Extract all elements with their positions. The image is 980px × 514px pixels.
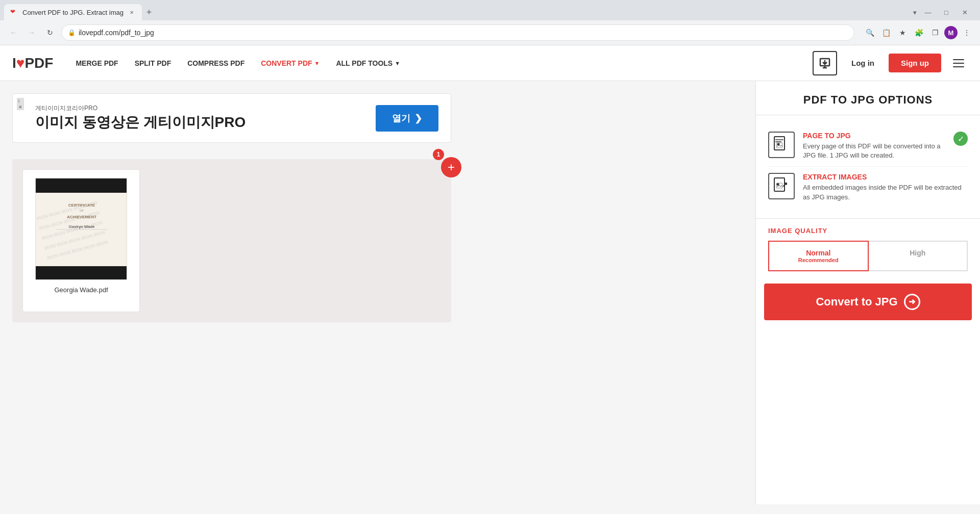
hamburger-line-1 (953, 59, 964, 60)
browser-chrome: ❤ Convert PDF to JPG. Extract imag ✕ + ▾… (0, 0, 980, 45)
minimize-button[interactable]: — (921, 5, 935, 19)
upload-area: 1 + (12, 159, 451, 322)
ad-banner: i ✕ 게티이미지코리아PRO 이미지 동영상은 게티이미지PRO 열기 ❯ (12, 93, 451, 143)
back-button[interactable]: ← (6, 25, 20, 40)
convert-to-jpg-button[interactable]: Convert to JPG ➜ (764, 284, 972, 320)
nav-all-tools[interactable]: ALL PDF TOOLS ▼ (330, 55, 406, 71)
user-avatar[interactable]: M (944, 26, 958, 39)
logo-pdf-text: PDF (24, 55, 53, 71)
header-right: Log in Sign up (813, 51, 968, 75)
options-section: PAGE TO JPG Every page of this PDF will … (756, 115, 980, 218)
extract-images-name: EXTRACT IMAGES (803, 173, 968, 181)
quality-normal-sublabel: Recommended (773, 257, 864, 263)
all-tools-dropdown-arrow: ▼ (395, 60, 400, 66)
page-to-jpg-name: PAGE TO JPG (803, 132, 945, 140)
extract-images-text: EXTRACT IMAGES All embedded images insid… (803, 173, 968, 201)
file-name: Georgia Wade.pdf (54, 286, 108, 294)
page-to-jpg-check: ✓ (953, 132, 968, 146)
ad-text: 게티이미지코리아PRO 이미지 동영상은 게티이미지PRO (35, 104, 246, 132)
image-quality-section: IMAGE QUALITY Normal Recommended High (756, 218, 980, 279)
convert-dropdown-arrow: ▼ (314, 60, 320, 66)
maximize-button[interactable]: □ (939, 5, 953, 19)
site-wrapper: I ♥ PDF MERGE PDF SPLIT PDF COMPRESS PDF… (0, 45, 980, 514)
ad-info-icon[interactable]: i (17, 98, 24, 104)
signup-button[interactable]: Sign up (889, 54, 941, 72)
browser-menu-button[interactable]: ⋮ (960, 25, 974, 40)
address-bar[interactable]: 🔒 ilovepdf.com/pdf_to_jpg (61, 24, 854, 41)
hamburger-line-2 (953, 63, 964, 64)
logo-i: I (12, 55, 16, 71)
login-button[interactable]: Log in (845, 55, 880, 71)
quality-high-label: High (873, 249, 963, 257)
extension-button[interactable]: 🧩 (912, 25, 926, 40)
svg-text:CERTIFICATE: CERTIFICATE (68, 203, 95, 208)
ad-close-icon[interactable]: ✕ (17, 104, 24, 110)
close-button[interactable]: ✕ (958, 5, 972, 19)
file-grid: IRON IRON IRON IRON IRON IRON IRON IRON … (12, 159, 451, 322)
browser-nav-bar: ← → ↻ 🔒 ilovepdf.com/pdf_to_jpg 🔍 📋 ★ 🧩 … (0, 20, 980, 45)
nav-split-pdf[interactable]: SPLIT PDF (129, 55, 178, 71)
bookmark-button[interactable]: ★ (895, 25, 910, 40)
refresh-button[interactable]: ↻ (43, 25, 57, 40)
add-file-button[interactable]: 1 + (433, 149, 461, 177)
image-quality-title: IMAGE QUALITY (768, 227, 968, 235)
extract-images-icon (768, 173, 795, 199)
convert-arrow-icon: ➜ (904, 294, 920, 310)
right-panel: PDF TO JPG OPTIONS (755, 81, 980, 504)
ad-title: 이미지 동영상은 게티이미지PRO (35, 113, 246, 132)
content-area: i ✕ 게티이미지코리아PRO 이미지 동영상은 게티이미지PRO 열기 ❯ 1 (0, 81, 755, 504)
file-thumbnail: IRON IRON IRON IRON IRON IRON IRON IRON … (35, 178, 127, 280)
page-to-jpg-text: PAGE TO JPG Every page of this PDF will … (803, 132, 945, 160)
tab-bar: ❤ Convert PDF to JPG. Extract imag ✕ + ▾… (0, 0, 980, 20)
url-text: ilovepdf.com/pdf_to_jpg (79, 29, 848, 37)
search-browser-button[interactable]: 🔍 (863, 25, 877, 40)
page-to-jpg-icon (768, 132, 795, 158)
svg-rect-3 (36, 266, 127, 280)
browser-right-controls: 🔍 📋 ★ 🧩 ❐ M ⋮ (863, 25, 974, 40)
svg-text:ACHIEVEMENT: ACHIEVEMENT (67, 215, 96, 219)
sidebar-toggle-button[interactable]: ❐ (928, 25, 942, 40)
readinglist-button[interactable]: 📋 (879, 25, 893, 40)
site-header: I ♥ PDF MERGE PDF SPLIT PDF COMPRESS PDF… (0, 45, 980, 81)
page-to-jpg-desc: Every page of this PDF will be converted… (803, 142, 945, 160)
ssl-lock-icon: 🔒 (68, 29, 76, 36)
logo-heart-icon: ♥ (16, 55, 25, 71)
hamburger-menu-button[interactable] (949, 54, 968, 72)
tab-strip-menu[interactable]: ▾ (913, 9, 917, 16)
tab-title: Convert PDF to JPG. Extract imag (22, 9, 124, 16)
ad-info-controls: i ✕ (17, 98, 24, 110)
active-tab[interactable]: ❤ Convert PDF to JPG. Extract imag ✕ (4, 4, 142, 20)
tab-close-button[interactable]: ✕ (128, 8, 136, 16)
svg-rect-2 (36, 178, 127, 193)
file-count-badge: 1 (433, 149, 444, 160)
plus-circle-icon: + (441, 157, 461, 177)
svg-text:Gastryn Wade: Gastryn Wade (69, 224, 95, 229)
svg-point-17 (778, 144, 779, 145)
quality-high-button[interactable]: High (869, 241, 968, 271)
panel-title: PDF TO JPG OPTIONS (756, 81, 980, 115)
page-to-jpg-option[interactable]: PAGE TO JPG Every page of this PDF will … (768, 125, 968, 166)
quality-buttons: Normal Recommended High (768, 241, 968, 271)
svg-point-20 (777, 184, 779, 185)
quality-normal-button[interactable]: Normal Recommended (768, 241, 869, 271)
extract-images-desc: All embedded images inside the PDF will … (803, 183, 968, 201)
ad-subtitle: 게티이미지코리아PRO (35, 104, 246, 113)
svg-text:OF: OF (80, 209, 84, 212)
nav-compress-pdf[interactable]: COMPRESS PDF (181, 55, 251, 71)
convert-label: Convert to JPG (816, 295, 897, 309)
hamburger-line-3 (953, 66, 964, 67)
nav-convert-pdf[interactable]: CONVERT PDF ▼ (255, 55, 326, 71)
new-tab-button[interactable]: + (142, 5, 156, 19)
file-card[interactable]: IRON IRON IRON IRON IRON IRON IRON IRON … (22, 169, 140, 312)
nav-links: MERGE PDF SPLIT PDF COMPRESS PDF CONVERT… (69, 55, 796, 71)
download-desktop-button[interactable] (813, 51, 837, 75)
nav-merge-pdf[interactable]: MERGE PDF (69, 55, 124, 71)
main-content: i ✕ 게티이미지코리아PRO 이미지 동영상은 게티이미지PRO 열기 ❯ 1 (0, 81, 980, 504)
logo[interactable]: I ♥ PDF (12, 55, 53, 71)
tab-favicon: ❤ (10, 8, 18, 16)
quality-normal-label: Normal (773, 249, 864, 257)
ad-open-button[interactable]: 열기 ❯ (376, 105, 438, 132)
forward-button[interactable]: → (24, 25, 39, 40)
extract-images-option[interactable]: EXTRACT IMAGES All embedded images insid… (768, 166, 968, 208)
